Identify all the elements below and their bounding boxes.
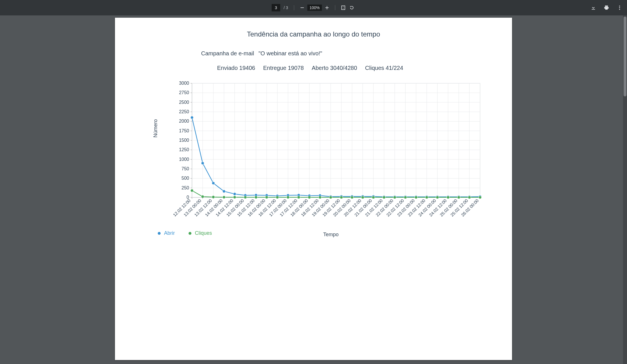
- rotate-icon: [349, 5, 355, 11]
- y-tick-label: 2500: [179, 100, 189, 105]
- minus-icon: [299, 5, 305, 11]
- svg-rect-3: [342, 6, 345, 9]
- data-point: [233, 196, 236, 199]
- data-point: [254, 196, 257, 199]
- data-point: [457, 196, 460, 199]
- data-point: [361, 196, 364, 199]
- data-point: [287, 196, 290, 199]
- document-viewport[interactable]: Tendência da campanha ao longo do tempo …: [0, 15, 627, 364]
- plus-icon: [324, 5, 330, 11]
- y-tick-label: 1250: [179, 147, 189, 152]
- data-point: [244, 196, 247, 199]
- y-tick-label: 2000: [179, 119, 189, 124]
- svg-rect-4: [592, 9, 595, 10]
- stats-row: Enviado 19406 Entregue 19078 Aberto 3040…: [115, 65, 512, 71]
- data-point: [201, 162, 204, 165]
- data-point: [340, 196, 343, 199]
- legend-label: Cliques: [195, 230, 212, 236]
- data-point: [351, 196, 353, 199]
- toolbar-separator: [294, 5, 294, 10]
- fit-page-button[interactable]: [340, 4, 347, 11]
- y-tick-label: 750: [181, 166, 189, 171]
- download-icon: [590, 5, 596, 11]
- y-tick-label: 1750: [179, 128, 189, 133]
- data-point: [447, 196, 450, 199]
- more-button[interactable]: [616, 4, 623, 11]
- data-point: [212, 196, 215, 199]
- campaign-row: Campanha de e-mail "O webinar está ao vi…: [115, 50, 512, 57]
- campaign-label: Campanha de e-mail: [201, 50, 254, 56]
- data-point: [372, 196, 375, 199]
- stat-opened: Aberto 3040/4280: [312, 65, 357, 71]
- y-tick-label: 2750: [179, 90, 189, 95]
- page-total-value: 3: [286, 5, 288, 10]
- chart-svg: 0250500750100012501500175020002250250027…: [158, 80, 486, 234]
- data-point: [223, 196, 225, 199]
- print-button[interactable]: [603, 4, 610, 11]
- rotate-button[interactable]: [349, 4, 355, 11]
- y-tick-label: 3000: [179, 81, 189, 86]
- legend-item-open: Abrir: [158, 230, 175, 236]
- legend-item-clicks: Cliques: [189, 230, 212, 236]
- chart-title: Tendência da campanha ao longo do tempo: [115, 30, 512, 38]
- data-point: [383, 196, 385, 199]
- data-point: [329, 196, 332, 199]
- data-point: [393, 196, 396, 199]
- series-line-open: [192, 118, 480, 197]
- toolbar-right-group: [590, 4, 623, 11]
- x-axis-title: Tempo: [323, 232, 339, 238]
- data-point: [479, 196, 482, 199]
- svg-rect-0: [300, 7, 304, 8]
- data-point: [233, 193, 236, 195]
- data-point: [415, 196, 418, 199]
- page-total-label: / 3: [282, 5, 289, 10]
- more-vertical-icon: [617, 5, 622, 11]
- svg-point-5: [619, 6, 620, 7]
- y-tick-label: 250: [181, 185, 189, 190]
- svg-point-6: [619, 7, 620, 8]
- campaign-name: "O webinar está ao vivo!": [258, 50, 322, 56]
- download-button[interactable]: [590, 4, 597, 11]
- legend-label: Abrir: [164, 230, 175, 236]
- data-point: [468, 196, 471, 199]
- y-tick-label: 1500: [179, 138, 189, 143]
- data-point: [191, 189, 193, 192]
- zoom-in-button[interactable]: [324, 4, 331, 11]
- pdf-page: Tendência da campanha ao longo do tempo …: [115, 18, 512, 360]
- page-number-input[interactable]: [272, 4, 280, 11]
- stat-delivered: Entregue 19078: [263, 65, 304, 71]
- svg-point-7: [619, 9, 620, 10]
- pdf-toolbar: / 3 100%: [0, 0, 627, 15]
- vertical-scrollbar[interactable]: [623, 15, 627, 364]
- data-point: [319, 196, 321, 199]
- y-axis-title: Número: [153, 119, 159, 137]
- data-point: [191, 116, 193, 119]
- stat-clicks: Cliques 41/224: [365, 65, 403, 71]
- data-point: [201, 195, 204, 198]
- fit-page-icon: [341, 5, 346, 11]
- zoom-out-button[interactable]: [299, 4, 306, 11]
- y-tick-label: 2250: [179, 109, 189, 114]
- data-point: [297, 196, 300, 199]
- toolbar-center-group: / 3 100%: [272, 4, 355, 11]
- data-point: [265, 196, 268, 199]
- data-point: [223, 190, 225, 193]
- data-point: [404, 196, 407, 199]
- data-point: [308, 196, 311, 199]
- toolbar-separator: [335, 5, 335, 10]
- zoom-level-label: 100%: [307, 5, 322, 11]
- svg-rect-2: [327, 6, 327, 9]
- y-tick-label: 500: [181, 176, 189, 181]
- y-tick-label: 1000: [179, 157, 189, 162]
- legend-dot-icon: [189, 232, 191, 235]
- print-icon: [604, 5, 609, 11]
- legend: Abrir Cliques: [158, 230, 212, 236]
- data-point: [212, 182, 215, 185]
- data-point: [436, 196, 439, 199]
- stat-sent: Enviado 19406: [217, 65, 255, 71]
- scrollbar-thumb[interactable]: [624, 17, 626, 96]
- legend-dot-icon: [158, 232, 161, 235]
- data-point: [276, 196, 279, 199]
- plot-area: Número 025050075010001250150017502000225…: [158, 80, 512, 240]
- chart-container: Tendência da campanha ao longo do tempo …: [115, 18, 512, 240]
